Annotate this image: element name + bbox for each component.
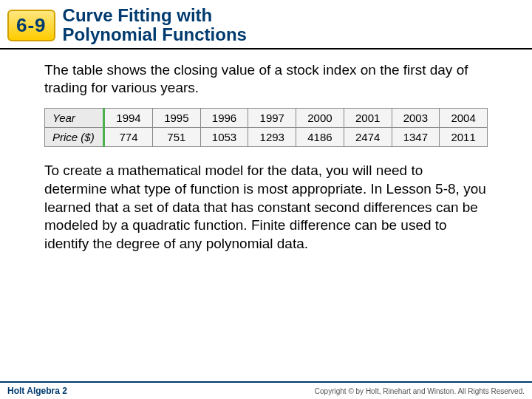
table-cell: 4186 <box>296 128 344 147</box>
intro-paragraph: The table shows the closing value of a s… <box>44 61 488 98</box>
table-cell: 774 <box>104 128 153 147</box>
book-title: Holt Algebra 2 <box>7 386 67 396</box>
table-cell: 2003 <box>392 109 440 128</box>
table-cell: 1995 <box>152 109 200 128</box>
table-cell: 2011 <box>440 128 488 147</box>
table-row: Price ($) 774 751 1053 1293 4186 2474 13… <box>45 128 488 147</box>
lesson-title: Curve Fitting with Polynomial Functions <box>63 6 247 45</box>
copyright-text: Copyright © by Holt, Rinehart and Winsto… <box>315 387 525 395</box>
table-cell: 1293 <box>248 128 296 147</box>
row-header-price: Price ($) <box>45 128 104 147</box>
table-cell: 1994 <box>104 109 153 128</box>
table-cell: 1053 <box>200 128 248 147</box>
title-line-2: Polynomial Functions <box>63 25 247 44</box>
slide-footer: Holt Algebra 2 Copyright © by Holt, Rine… <box>0 381 532 399</box>
row-header-year: Year <box>45 109 104 128</box>
table-cell: 1347 <box>392 128 440 147</box>
title-line-1: Curve Fitting with <box>63 6 247 25</box>
table-cell: 2000 <box>296 109 344 128</box>
data-table: Year 1994 1995 1996 1997 2000 2001 2003 … <box>44 108 488 147</box>
body-paragraph: To create a mathematical model for the d… <box>44 162 488 253</box>
lesson-badge: 6-9 <box>7 10 55 41</box>
table-cell: 1997 <box>248 109 296 128</box>
table-cell: 2474 <box>344 128 392 147</box>
table-row: Year 1994 1995 1996 1997 2000 2001 2003 … <box>45 109 488 128</box>
table-cell: 2001 <box>344 109 392 128</box>
table-cell: 2004 <box>440 109 488 128</box>
table-cell: 751 <box>152 128 200 147</box>
slide-content: The table shows the closing value of a s… <box>0 50 532 253</box>
slide-header: 6-9 Curve Fitting with Polynomial Functi… <box>0 0 532 50</box>
table-cell: 1996 <box>200 109 248 128</box>
